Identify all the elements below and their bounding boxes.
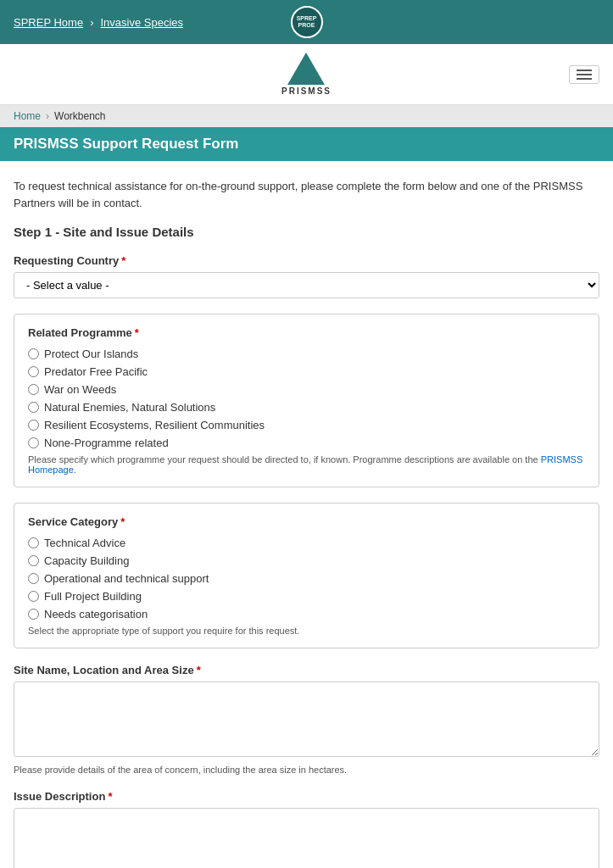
invasive-species-link[interactable]: Invasive Species <box>100 16 183 29</box>
service-label-2: Operational and technical support <box>44 572 209 585</box>
programme-radio-4[interactable] <box>28 420 39 431</box>
breadcrumb: Home › Workbench <box>0 105 613 127</box>
service-label-4: Needs categorisation <box>44 608 148 620</box>
step-title: Step 1 - Site and Issue Details <box>14 225 599 239</box>
prismss-logo: PRISMSS <box>281 53 332 96</box>
programme-label-4: Resilient Ecosystems, Resilient Communit… <box>44 419 265 431</box>
requesting-country-label: Requesting Country* <box>14 254 599 267</box>
programme-option-3: Natural Enemies, Natural Solutions <box>28 401 585 414</box>
programme-label-5: None-Programme related <box>44 437 169 449</box>
page-title: PRISMSS Support Request Form <box>14 136 599 153</box>
service-radio-2[interactable] <box>28 573 39 584</box>
triangle-icon <box>287 53 325 85</box>
service-option-0: Technical Advice <box>28 537 585 549</box>
service-radio-3[interactable] <box>28 591 39 602</box>
programme-radio-0[interactable] <box>28 348 39 359</box>
requesting-country-select[interactable]: - Select a value - <box>14 272 599 298</box>
service-category-field: Service Category* Technical Advice Capac… <box>14 503 599 648</box>
site-name-field: Site Name, Location and Area Size* Pleas… <box>14 664 599 775</box>
service-option-3: Full Project Building <box>28 590 585 603</box>
sprep-home-link[interactable]: SPREP Home <box>14 16 83 29</box>
programme-option-2: War on Weeds <box>28 383 585 396</box>
intro-text: To request technical assistance for on-t… <box>14 178 599 211</box>
hamburger-line-1 <box>577 70 592 71</box>
main-content: To request technical assistance for on-t… <box>0 161 613 868</box>
page-title-bar: PRISMSS Support Request Form <box>0 127 613 161</box>
programme-option-4: Resilient Ecosystems, Resilient Communit… <box>28 419 585 431</box>
service-label-0: Technical Advice <box>44 537 125 549</box>
programme-radio-2[interactable] <box>28 384 39 395</box>
prismss-label: PRISMSS <box>281 86 332 96</box>
site-name-textarea[interactable] <box>14 682 599 757</box>
requesting-country-field: Requesting Country* - Select a value - <box>14 254 599 298</box>
hamburger-menu-button[interactable] <box>569 65 599 84</box>
top-navigation: SPREP Home › Invasive Species SPREP PROE <box>0 0 613 44</box>
programme-option-0: Protect Our Islands <box>28 348 585 360</box>
nav-chevron: › <box>90 16 93 29</box>
logo-line2: PROE <box>298 22 315 28</box>
programme-radio-5[interactable] <box>28 437 39 448</box>
programme-label-3: Natural Enemies, Natural Solutions <box>44 401 215 414</box>
programme-label-2: War on Weeds <box>44 383 116 396</box>
site-name-hint: Please provide details of the area of co… <box>14 765 599 775</box>
service-label-3: Full Project Building <box>44 590 142 603</box>
service-category-box: Service Category* Technical Advice Capac… <box>14 503 599 648</box>
hamburger-line-2 <box>577 74 592 75</box>
service-option-2: Operational and technical support <box>28 572 585 585</box>
service-radio-1[interactable] <box>28 555 39 566</box>
service-option-1: Capacity Building <box>28 554 585 567</box>
hamburger-line-3 <box>577 78 592 80</box>
site-name-label: Site Name, Location and Area Size* <box>14 664 599 676</box>
nav-links: SPREP Home › Invasive Species <box>14 16 183 29</box>
programme-radio-1[interactable] <box>28 366 39 377</box>
top-nav-logo: SPREP PROE <box>291 6 323 38</box>
issue-description-textarea[interactable] <box>14 808 599 868</box>
programme-option-5: None-Programme related <box>28 437 585 449</box>
programme-label-0: Protect Our Islands <box>44 348 138 360</box>
programme-hint: Please specify which programme your requ… <box>28 454 585 475</box>
main-header: PRISMSS <box>0 44 613 105</box>
service-label-1: Capacity Building <box>44 554 129 567</box>
related-programme-title: Related Programme* <box>28 326 585 339</box>
breadcrumb-separator: › <box>46 110 49 122</box>
breadcrumb-workbench: Workbench <box>54 110 105 122</box>
programme-option-1: Predator Free Pacific <box>28 365 585 378</box>
breadcrumb-home[interactable]: Home <box>14 110 41 122</box>
related-programme-field: Related Programme* Protect Our Islands P… <box>14 314 599 487</box>
service-option-4: Needs categorisation <box>28 608 585 620</box>
issue-description-label: Issue Description* <box>14 790 599 803</box>
service-category-title: Service Category* <box>28 515 585 528</box>
related-programme-box: Related Programme* Protect Our Islands P… <box>14 314 599 487</box>
logo-line1: SPREP <box>297 15 317 21</box>
programme-label-1: Predator Free Pacific <box>44 365 148 378</box>
issue-description-field: Issue Description* Please describe the i… <box>14 790 599 868</box>
service-category-hint: Select the appropriate type of support y… <box>28 626 585 636</box>
programme-radio-3[interactable] <box>28 402 39 413</box>
service-radio-0[interactable] <box>28 537 39 548</box>
logo-circle: SPREP PROE <box>291 6 323 38</box>
service-radio-4[interactable] <box>28 609 39 620</box>
